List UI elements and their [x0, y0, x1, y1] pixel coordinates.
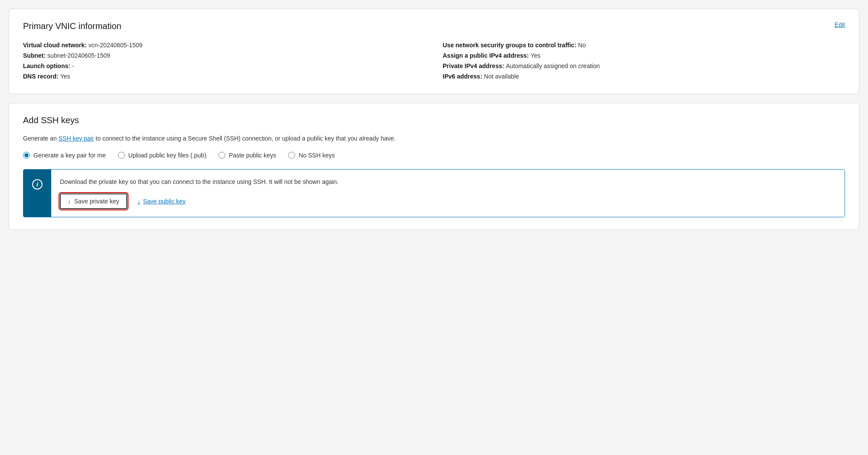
vnic-edit-link[interactable]: Edit	[835, 21, 845, 28]
radio-no-ssh[interactable]: No SSH keys	[288, 152, 335, 159]
radio-paste-input[interactable]	[218, 152, 225, 159]
subnet-value: subnet-20240605-1509	[47, 52, 110, 59]
nsg-label: Use network security groups to control t…	[443, 42, 576, 49]
radio-upload[interactable]: Upload public key files (.pub)	[118, 152, 207, 159]
ssh-key-pair-link[interactable]: SSH key pair	[59, 135, 94, 142]
subnet-label: Subnet:	[23, 52, 46, 59]
info-row-ipv6: IPv6 address: Not available	[443, 71, 845, 82]
banner-sidebar: i	[23, 170, 51, 217]
ipv6-value: Not available	[484, 73, 519, 80]
info-row-private-ipv4: Private IPv4 address: Automatically assi…	[443, 61, 845, 71]
download-public-key-icon: ↓	[138, 198, 141, 205]
info-row-vcn: Virtual cloud network: vcn-20240605-1509	[23, 40, 425, 50]
radio-generate-input[interactable]	[23, 152, 30, 159]
info-icon: i	[32, 179, 43, 190]
ssh-desc-prefix: Generate an	[23, 135, 59, 142]
ipv6-label: IPv6 address:	[443, 73, 482, 80]
launch-value: -	[72, 62, 74, 69]
ssh-card: Add SSH keys Generate an SSH key pair to…	[9, 103, 859, 230]
radio-paste[interactable]: Paste public keys	[218, 152, 276, 159]
page-container: Primary VNIC information Edit Virtual cl…	[9, 9, 859, 230]
save-public-key-link[interactable]: ↓ Save public key	[138, 198, 186, 205]
dns-label: DNS record:	[23, 73, 59, 80]
save-private-key-button[interactable]: ↓ Save private key	[60, 193, 127, 209]
launch-label: Launch options:	[23, 62, 70, 69]
dns-value: Yes	[60, 73, 70, 80]
ssh-title: Add SSH keys	[23, 115, 845, 125]
vnic-info-grid: Virtual cloud network: vcn-20240605-1509…	[23, 40, 845, 82]
ipv4-value: Yes	[530, 52, 540, 59]
info-row-ipv4: Assign a public IPv4 address: Yes	[443, 50, 845, 61]
vnic-left-fields: Virtual cloud network: vcn-20240605-1509…	[23, 40, 425, 82]
ssh-radio-group: Generate a key pair for me Upload public…	[23, 152, 845, 159]
radio-no-ssh-label: No SSH keys	[299, 152, 335, 159]
banner-actions: ↓ Save private key ↓ Save public key	[60, 193, 836, 209]
private-ipv4-label: Private IPv4 address:	[443, 62, 504, 69]
info-row-subnet: Subnet: subnet-20240605-1509	[23, 50, 425, 61]
vnic-right-fields: Use network security groups to control t…	[443, 40, 845, 82]
banner-info-text: Download the private key so that you can…	[60, 177, 836, 187]
download-private-key-icon: ↓	[68, 198, 71, 205]
info-row-dns: DNS record: Yes	[23, 71, 425, 82]
save-public-key-label: Save public key	[143, 198, 186, 205]
vnic-title: Primary VNIC information	[23, 21, 845, 31]
ssh-description: Generate an SSH key pair to connect to t…	[23, 134, 845, 143]
vcn-label: Virtual cloud network:	[23, 42, 87, 49]
vcn-value: vcn-20240605-1509	[89, 42, 143, 49]
radio-paste-label: Paste public keys	[229, 152, 276, 159]
ipv4-label: Assign a public IPv4 address:	[443, 52, 529, 59]
ssh-desc-suffix: to connect to the instance using a Secur…	[94, 135, 395, 142]
radio-generate[interactable]: Generate a key pair for me	[23, 152, 106, 159]
radio-upload-input[interactable]	[118, 152, 125, 159]
save-private-key-label: Save private key	[74, 198, 119, 205]
radio-no-ssh-input[interactable]	[288, 152, 295, 159]
info-row-launch: Launch options: -	[23, 61, 425, 71]
radio-generate-label: Generate a key pair for me	[33, 152, 106, 159]
ssh-info-banner: i Download the private key so that you c…	[23, 169, 845, 217]
private-ipv4-value: Automatically assigned on creation	[506, 62, 600, 69]
vnic-card: Primary VNIC information Edit Virtual cl…	[9, 9, 859, 94]
radio-upload-label: Upload public key files (.pub)	[128, 152, 207, 159]
banner-content: Download the private key so that you can…	[51, 170, 845, 217]
info-row-nsg: Use network security groups to control t…	[443, 40, 845, 50]
nsg-value: No	[578, 42, 586, 49]
